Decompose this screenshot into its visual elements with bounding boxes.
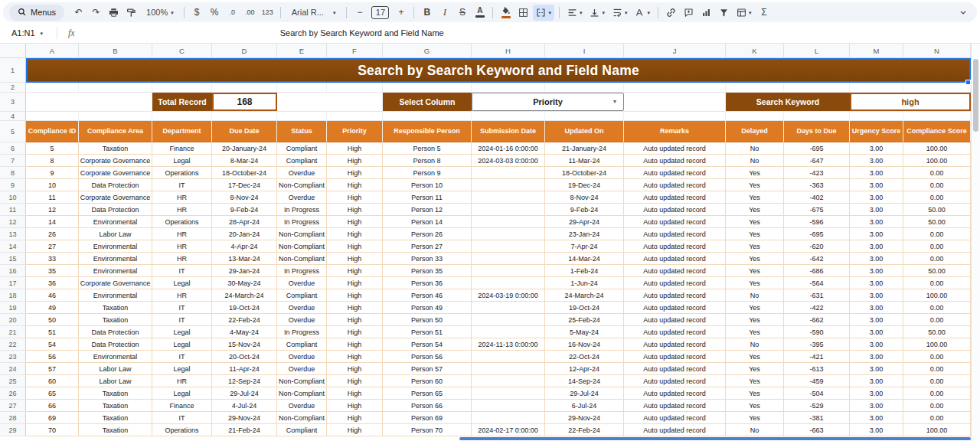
- cell[interactable]: 27: [26, 240, 79, 253]
- cell[interactable]: 0.00: [903, 277, 971, 289]
- table-column-header[interactable]: Delayed: [726, 121, 784, 142]
- row-header[interactable]: 15: [0, 253, 26, 265]
- cell[interactable]: Overdue: [277, 363, 327, 375]
- spacer-cell[interactable]: [624, 93, 726, 111]
- cell[interactable]: 50: [26, 314, 79, 326]
- cell[interactable]: 0.00: [903, 253, 971, 265]
- borders-button[interactable]: [515, 5, 531, 21]
- cell[interactable]: Person 51: [383, 326, 472, 338]
- cell[interactable]: 25-Feb-24: [545, 314, 624, 326]
- cell[interactable]: [903, 112, 971, 121]
- table-column-header[interactable]: Department: [152, 121, 212, 142]
- cell[interactable]: 20-January-24: [212, 142, 277, 155]
- cell[interactable]: 2024-02-17 0:00:00: [472, 424, 545, 436]
- cell[interactable]: 0.00: [903, 179, 971, 191]
- select-column-dropdown[interactable]: Priority ▾: [472, 93, 624, 111]
- row-header[interactable]: 22: [0, 338, 26, 351]
- table-views-button[interactable]: ▾: [733, 5, 755, 21]
- cell[interactable]: -590: [784, 326, 850, 338]
- cell[interactable]: [472, 363, 545, 375]
- table-column-header[interactable]: Compliance Score: [903, 121, 971, 142]
- cell[interactable]: Person 60: [383, 375, 472, 387]
- cell[interactable]: Overdue: [277, 191, 327, 204]
- cell[interactable]: 0.00: [903, 240, 971, 253]
- cell[interactable]: [383, 112, 472, 121]
- cell[interactable]: In Progress: [277, 204, 327, 216]
- cell[interactable]: HR: [152, 240, 212, 253]
- cell[interactable]: [472, 112, 545, 121]
- cell[interactable]: 0.00: [903, 387, 971, 400]
- text-rotation-button[interactable]: ▾: [632, 5, 653, 21]
- cell[interactable]: Overdue: [277, 314, 327, 326]
- cell[interactable]: 6-Jul-24: [545, 400, 624, 412]
- cell[interactable]: Person 27: [383, 240, 472, 253]
- cell[interactable]: Compliant: [277, 142, 327, 155]
- cell[interactable]: 46: [26, 289, 79, 302]
- cell[interactable]: Auto updated record: [624, 302, 726, 314]
- cell[interactable]: Person 5: [383, 142, 472, 155]
- cell[interactable]: Person 12: [383, 204, 472, 216]
- row-header[interactable]: 2: [0, 83, 26, 93]
- cell[interactable]: 51: [26, 326, 79, 338]
- cell[interactable]: -662: [784, 314, 850, 326]
- text-wrap-button[interactable]: ▾: [609, 5, 631, 21]
- cell[interactable]: Auto updated record: [624, 314, 726, 326]
- cell[interactable]: [472, 412, 545, 424]
- row-header[interactable]: 24: [0, 363, 26, 375]
- cell[interactable]: [212, 83, 277, 93]
- paint-format-button[interactable]: [123, 5, 139, 21]
- cell[interactable]: Auto updated record: [624, 240, 726, 253]
- cell[interactable]: Data Protection: [79, 204, 152, 216]
- print-button[interactable]: [106, 5, 122, 21]
- cell[interactable]: High: [327, 142, 383, 155]
- table-column-header[interactable]: Status: [277, 121, 327, 142]
- table-column-header[interactable]: Responsible Person: [383, 121, 472, 142]
- cell[interactable]: 9: [26, 167, 79, 179]
- cell[interactable]: Yes: [726, 363, 784, 375]
- cell[interactable]: 10: [26, 179, 79, 191]
- cell[interactable]: 3.00: [850, 191, 903, 204]
- row-header[interactable]: 9: [0, 179, 26, 191]
- cell[interactable]: Auto updated record: [624, 351, 726, 363]
- cell[interactable]: 3.00: [850, 265, 903, 277]
- cell[interactable]: Person 65: [383, 387, 472, 400]
- cell[interactable]: Legal: [152, 387, 212, 400]
- column-header[interactable]: A: [26, 44, 79, 57]
- cell[interactable]: 3.00: [850, 363, 903, 375]
- row-header[interactable]: 17: [0, 277, 26, 289]
- cell[interactable]: 50.00: [903, 216, 971, 228]
- cell[interactable]: 0.00: [903, 167, 971, 179]
- cell[interactable]: Person 50: [383, 314, 472, 326]
- cell[interactable]: [624, 112, 726, 121]
- cell[interactable]: 0.00: [903, 400, 971, 412]
- cell[interactable]: 4-Apr-24: [212, 240, 277, 253]
- column-header[interactable]: K: [726, 44, 784, 57]
- cell[interactable]: Person 46: [383, 289, 472, 302]
- cell[interactable]: [277, 112, 327, 121]
- cell[interactable]: In Progress: [277, 265, 327, 277]
- cell[interactable]: 8-Mar-24: [212, 155, 277, 167]
- row-header[interactable]: 18: [0, 289, 26, 302]
- menus-button[interactable]: Menus: [9, 5, 64, 21]
- row-header[interactable]: 12: [0, 216, 26, 228]
- cell[interactable]: High: [327, 400, 383, 412]
- cell[interactable]: Non-Compliant: [277, 412, 327, 424]
- cell[interactable]: IT: [152, 265, 212, 277]
- cell[interactable]: 0.00: [903, 228, 971, 240]
- cell[interactable]: HR: [152, 204, 212, 216]
- decrease-decimal-button[interactable]: .0: [224, 5, 240, 21]
- cell[interactable]: -423: [784, 167, 850, 179]
- cell[interactable]: Person 14: [383, 216, 472, 228]
- cell[interactable]: [472, 204, 545, 216]
- cell[interactable]: [726, 83, 784, 93]
- cell[interactable]: Person 69: [383, 412, 472, 424]
- cell[interactable]: Environmental: [79, 253, 152, 265]
- column-header[interactable]: F: [327, 44, 383, 57]
- cell[interactable]: Environmental: [79, 216, 152, 228]
- row-header[interactable]: 19: [0, 302, 26, 314]
- cell[interactable]: 70: [26, 424, 79, 436]
- cell[interactable]: Taxation: [79, 412, 152, 424]
- cell[interactable]: No: [726, 155, 784, 167]
- cell[interactable]: Compliant: [277, 424, 327, 436]
- cell[interactable]: Non-Compliant: [277, 253, 327, 265]
